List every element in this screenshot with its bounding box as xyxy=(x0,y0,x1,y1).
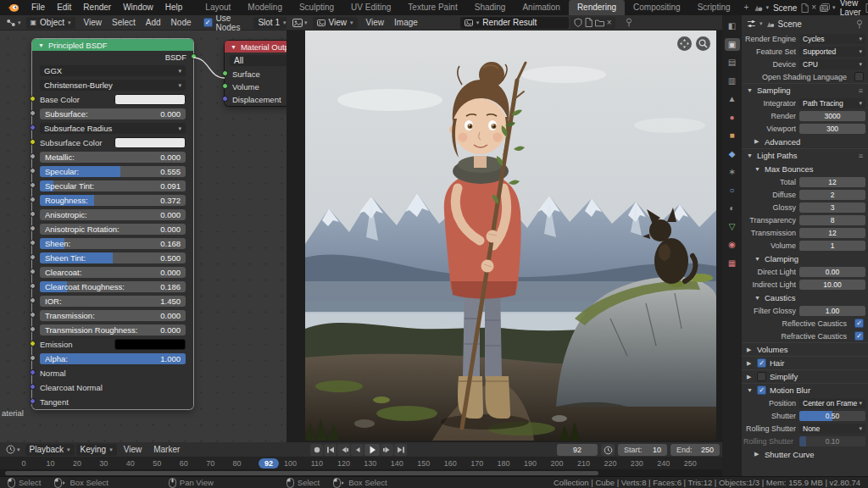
prev-frame-button[interactable] xyxy=(351,444,364,456)
workspace-tab-modeling[interactable]: Modeling xyxy=(239,0,291,15)
checkbox-simplify[interactable] xyxy=(757,372,766,381)
subsurface-slider[interactable]: Subsurface:0.000 xyxy=(40,108,186,119)
material-slot-select[interactable]: Slot 1 ▾ xyxy=(253,17,287,29)
timeline-menu-marker[interactable]: Marker xyxy=(148,445,185,454)
blender-logo[interactable] xyxy=(7,3,19,13)
editor-type-button[interactable]: ▾ xyxy=(291,19,309,27)
render-engine-dropdown[interactable]: Cycles▾ xyxy=(799,34,865,44)
workspace-tab-shading[interactable]: Shading xyxy=(466,0,515,15)
bsdf-node-header[interactable]: ▼ Principled BSDF xyxy=(32,39,193,51)
workspace-tab-scripting[interactable]: Scripting xyxy=(689,0,739,15)
sheen-slider[interactable]: Sheen:0.168 xyxy=(40,238,186,249)
panel-header-simplify[interactable]: ▶Simplify xyxy=(742,369,868,383)
anisotropic-rotation-slider[interactable]: Anisotropic Rotation:0.000 xyxy=(40,224,186,235)
presets-icon[interactable]: ≡ xyxy=(859,86,863,95)
output-target-dropdown[interactable]: All xyxy=(230,55,287,66)
integrator-dropdown[interactable]: Path Tracing▾ xyxy=(799,98,865,108)
subsurface-color-swatch[interactable] xyxy=(114,137,186,148)
base-color-input-socket[interactable] xyxy=(30,96,36,102)
pan-view-button[interactable] xyxy=(677,36,692,51)
shutter-slider[interactable]: 0.50 xyxy=(799,411,865,421)
surface-input-socket[interactable] xyxy=(222,70,228,76)
jump-end-button[interactable] xyxy=(394,444,407,456)
menu-file[interactable]: File xyxy=(25,0,51,15)
checkbox-open-shading-language[interactable] xyxy=(854,72,864,81)
scene-name[interactable]: Scene xyxy=(773,3,797,13)
zoom-button[interactable] xyxy=(696,36,710,51)
device-dropdown[interactable]: CPU▾ xyxy=(799,59,865,69)
node-canvas[interactable]: aterial ▼ Principled BSDF BSDF GGX▾Chris… xyxy=(0,30,287,442)
subsurface-color-input-socket[interactable] xyxy=(30,139,36,145)
view-layer-name[interactable]: View Layer xyxy=(840,0,861,17)
properties-editor-icon[interactable] xyxy=(747,19,756,28)
rolling-shutter-dur-slider[interactable]: 0.10 xyxy=(799,436,865,446)
view-layer-selector[interactable]: ▾ View Layer × xyxy=(820,0,868,17)
jump-start-button[interactable] xyxy=(324,444,337,456)
constraints-properties-tab[interactable]: ◐ xyxy=(725,202,740,214)
timeline-scrollbar[interactable] xyxy=(0,469,722,476)
rolling-shutter-dropdown[interactable]: None▾ xyxy=(799,424,865,434)
subsurface-radius-input-socket[interactable] xyxy=(30,125,36,130)
frame-start-field[interactable]: Start:10 xyxy=(618,444,667,456)
menu-help[interactable]: Help xyxy=(159,0,189,15)
workspace-tab-sculpting[interactable]: Sculpting xyxy=(291,0,342,15)
current-frame-field[interactable]: 92 xyxy=(557,444,598,456)
emission-swatch[interactable] xyxy=(114,339,186,350)
ior-input-socket[interactable] xyxy=(30,297,36,303)
transmission-roughness-slider[interactable]: Transmission Roughness:0.000 xyxy=(40,324,186,336)
panel-header-shutter-curve[interactable]: ▶Shutter Curve xyxy=(742,447,868,461)
material-output-node[interactable]: ▼ Material Output All SurfaceVolumeDispl… xyxy=(225,41,287,106)
checkbox-hair[interactable]: ✓ xyxy=(757,358,766,368)
fake-user-shield-icon[interactable] xyxy=(574,18,582,27)
panel-header-hair[interactable]: ▶✓Hair xyxy=(742,356,868,369)
editor-type-button[interactable]: ▾ xyxy=(4,445,22,454)
clearcoat-slider[interactable]: Clearcoat:0.000 xyxy=(40,267,186,278)
image-menu-image[interactable]: Image xyxy=(389,18,423,27)
presets-icon[interactable]: ≡ xyxy=(859,152,863,160)
panel-header-advanced[interactable]: ▶Advanced xyxy=(742,135,868,148)
current-frame-indicator[interactable]: 92 xyxy=(259,458,279,469)
menu-render[interactable]: Render xyxy=(77,0,117,15)
sheen-input-socket[interactable] xyxy=(30,240,36,246)
new-scene-icon[interactable] xyxy=(801,3,809,13)
specular-input-socket[interactable] xyxy=(30,168,36,174)
prev-key-button[interactable] xyxy=(337,444,350,456)
object-data-properties-tab[interactable]: ▽ xyxy=(725,220,740,233)
workspace-tab-animation[interactable]: Animation xyxy=(514,0,568,15)
specular-tint-slider[interactable]: Specular Tint:0.091 xyxy=(40,180,186,191)
menu-window[interactable]: Window xyxy=(117,0,159,15)
alpha-slider[interactable]: Alpha:1.000 xyxy=(40,353,186,364)
material-properties-tab[interactable]: ◉ xyxy=(725,238,740,251)
physics-properties-tab[interactable]: ○ xyxy=(725,184,740,197)
panel-header-max-bounces[interactable]: ▼Max Bounces xyxy=(742,162,868,175)
displacement-input-socket[interactable] xyxy=(222,96,228,102)
workspace-tab-rendering[interactable]: Rendering xyxy=(569,0,625,15)
transmission-slider[interactable]: Transmission:0.000 xyxy=(40,310,186,321)
timeline-menu-playback[interactable]: Playback▾ xyxy=(25,444,75,456)
shader-menu-node[interactable]: Node xyxy=(166,18,197,27)
workspace-tab-layout[interactable]: Layout xyxy=(197,0,239,15)
clearcoat-input-socket[interactable] xyxy=(30,269,36,274)
panel-header-volumes[interactable]: ▶Volumes xyxy=(742,342,868,356)
direct-light-field[interactable]: 0.00 xyxy=(799,267,865,277)
feature-set-dropdown[interactable]: Supported▾ xyxy=(799,47,865,57)
ggx-dropdown[interactable]: GGX▾ xyxy=(40,65,186,76)
volume-input-socket[interactable] xyxy=(222,83,228,89)
pin-icon[interactable] xyxy=(626,18,632,27)
shader-menu-select[interactable]: Select xyxy=(107,18,141,27)
workspace-tab-uv-editing[interactable]: UV Editing xyxy=(342,0,399,15)
frame-end-field[interactable]: End:250 xyxy=(670,444,720,456)
glossy-field[interactable]: 3 xyxy=(799,202,865,213)
position-dropdown[interactable]: Center on Frame▾ xyxy=(799,398,865,408)
modifiers-properties-tab[interactable]: ◆ xyxy=(725,147,740,160)
workspace-tab-texture-paint[interactable]: Texture Paint xyxy=(399,0,465,15)
render-field[interactable]: 3000 xyxy=(799,111,865,121)
transparency-field[interactable]: 8 xyxy=(799,215,865,225)
unlink-image-icon[interactable]: × xyxy=(607,19,612,27)
use-preview-range-button[interactable] xyxy=(601,444,615,456)
world-properties-tab[interactable]: ● xyxy=(725,111,740,124)
scene-properties-tab[interactable]: ▲ xyxy=(725,92,740,105)
viewport-field[interactable]: 300 xyxy=(799,124,865,134)
checkbox-reflective-caustics[interactable]: ✓ xyxy=(854,319,864,328)
timeline-menu-view[interactable]: View xyxy=(119,445,147,454)
